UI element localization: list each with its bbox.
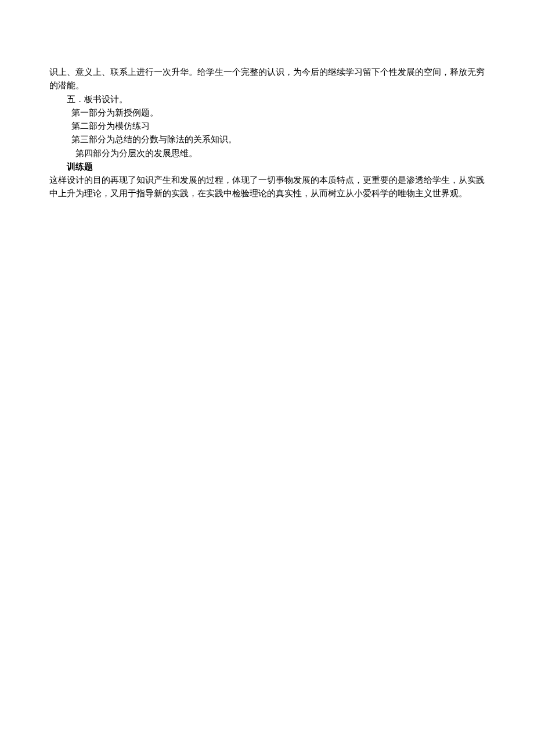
section-heading: 五．板书设计。 bbox=[49, 93, 485, 106]
part-3: 第三部分为总结的分数与除法的关系知识。 bbox=[49, 133, 485, 146]
part-1: 第一部分为新授例题。 bbox=[49, 106, 485, 120]
exercise-label: 训练题 bbox=[49, 160, 485, 174]
intro-paragraph: 识上、意义上、联系上进行一次升华。给学生一个完整的认识，为今后的继续学习留下个性… bbox=[49, 66, 485, 93]
part-4: 第四部分为分层次的发展思维。 bbox=[49, 147, 485, 160]
part-2: 第二部分为模仿练习 bbox=[49, 120, 485, 133]
closing-paragraph: 这样设计的目的再现了知识产生和发展的过程，体现了一切事物发展的本质特点，更重要的… bbox=[49, 174, 485, 201]
